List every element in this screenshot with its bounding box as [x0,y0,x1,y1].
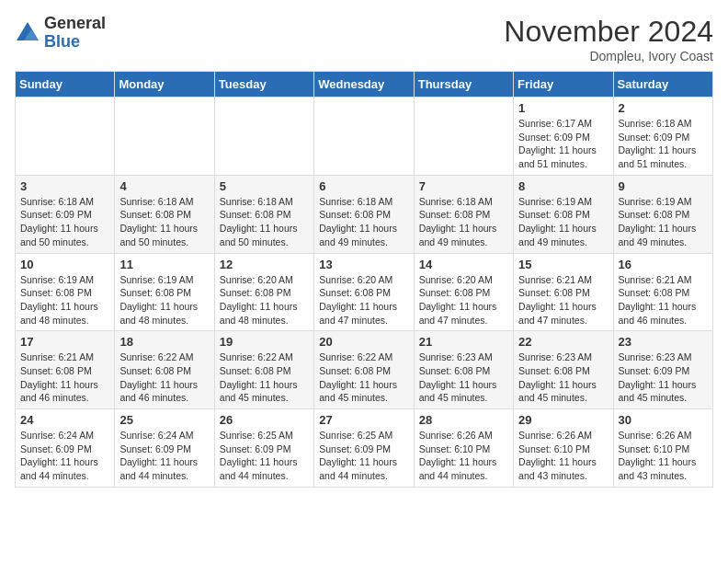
calendar-header: Sunday Monday Tuesday Wednesday Thursday… [16,72,713,98]
day-number: 24 [20,413,109,427]
day-info: Sunrise: 6:24 AMSunset: 6:09 PMDaylight:… [119,429,209,483]
calendar-cell-w5-d6: 30Sunrise: 6:26 AMSunset: 6:10 PMDayligh… [613,409,712,488]
day-info: Sunrise: 6:25 AMSunset: 6:09 PMDaylight:… [319,429,408,483]
day-number: 20 [319,335,408,349]
day-info: Sunrise: 6:20 AMSunset: 6:08 PMDaylight:… [319,273,408,327]
calendar-cell-w4-d2: 19Sunrise: 6:22 AMSunset: 6:08 PMDayligh… [214,331,313,409]
day-info: Sunrise: 6:23 AMSunset: 6:08 PMDaylight:… [518,350,608,405]
week-row-2: 3Sunrise: 6:18 AMSunset: 6:09 PMDaylight… [16,175,713,253]
day-number: 28 [419,413,508,427]
calendar-cell-w5-d0: 24Sunrise: 6:24 AMSunset: 6:09 PMDayligh… [16,409,115,488]
calendar-cell-w1-d1 [115,98,214,176]
col-sunday: Sunday [16,72,115,98]
day-info: Sunrise: 6:18 AMSunset: 6:08 PMDaylight:… [119,195,209,249]
day-info: Sunrise: 6:19 AMSunset: 6:08 PMDaylight:… [619,195,708,249]
week-row-4: 17Sunrise: 6:21 AMSunset: 6:08 PMDayligh… [16,331,713,409]
day-number: 2 [619,101,708,115]
calendar-cell-w4-d5: 22Sunrise: 6:23 AMSunset: 6:08 PMDayligh… [514,331,613,409]
day-info: Sunrise: 6:25 AMSunset: 6:09 PMDaylight:… [220,429,309,483]
calendar-cell-w5-d4: 28Sunrise: 6:26 AMSunset: 6:10 PMDayligh… [414,409,513,488]
day-number: 15 [518,258,608,271]
calendar-cell-w2-d0: 3Sunrise: 6:18 AMSunset: 6:09 PMDaylight… [16,175,115,253]
day-number: 29 [518,413,608,427]
calendar-cell-w3-d5: 15Sunrise: 6:21 AMSunset: 6:08 PMDayligh… [514,253,613,331]
day-number: 6 [319,179,408,193]
calendar-cell-w5-d5: 29Sunrise: 6:26 AMSunset: 6:10 PMDayligh… [514,409,613,488]
day-info: Sunrise: 6:19 AMSunset: 6:08 PMDaylight:… [20,273,109,327]
day-number: 1 [518,101,608,115]
calendar-cell-w3-d4: 14Sunrise: 6:20 AMSunset: 6:08 PMDayligh… [414,253,513,331]
day-info: Sunrise: 6:20 AMSunset: 6:08 PMDaylight:… [419,273,508,327]
page-header: General Blue November 2024 Dompleu, Ivor… [15,15,713,63]
calendar-cell-w2-d3: 6Sunrise: 6:18 AMSunset: 6:08 PMDaylight… [314,175,414,253]
calendar-cell-w1-d6: 2Sunrise: 6:18 AMSunset: 6:09 PMDaylight… [613,98,712,176]
day-info: Sunrise: 6:19 AMSunset: 6:08 PMDaylight:… [518,195,608,249]
location-subtitle: Dompleu, Ivory Coast [504,49,713,63]
day-number: 4 [119,179,209,193]
day-info: Sunrise: 6:19 AMSunset: 6:08 PMDaylight:… [119,273,209,327]
calendar-cell-w3-d1: 11Sunrise: 6:19 AMSunset: 6:08 PMDayligh… [115,253,214,331]
day-number: 7 [419,179,508,193]
calendar-cell-w3-d0: 10Sunrise: 6:19 AMSunset: 6:08 PMDayligh… [16,253,115,331]
day-number: 8 [518,179,608,193]
week-row-3: 10Sunrise: 6:19 AMSunset: 6:08 PMDayligh… [16,253,713,331]
calendar-cell-w5-d3: 27Sunrise: 6:25 AMSunset: 6:09 PMDayligh… [314,409,414,488]
day-number: 14 [419,258,508,271]
day-number: 21 [419,335,508,349]
day-number: 17 [20,335,109,349]
day-info: Sunrise: 6:26 AMSunset: 6:10 PMDaylight:… [619,429,708,483]
calendar-cell-w1-d4 [414,98,513,176]
calendar-cell-w4-d1: 18Sunrise: 6:22 AMSunset: 6:08 PMDayligh… [115,331,214,409]
day-number: 16 [619,258,708,271]
day-number: 30 [619,413,708,427]
calendar-cell-w2-d5: 8Sunrise: 6:19 AMSunset: 6:08 PMDaylight… [514,175,613,253]
day-info: Sunrise: 6:22 AMSunset: 6:08 PMDaylight:… [119,350,209,405]
day-info: Sunrise: 6:21 AMSunset: 6:08 PMDaylight:… [619,273,708,327]
logo-general: General [44,15,106,33]
calendar-cell-w1-d5: 1Sunrise: 6:17 AMSunset: 6:09 PMDaylight… [514,98,613,176]
day-info: Sunrise: 6:21 AMSunset: 6:08 PMDaylight:… [518,273,608,327]
day-number: 26 [220,413,309,427]
month-title: November 2024 [504,15,713,49]
calendar-cell-w4-d4: 21Sunrise: 6:23 AMSunset: 6:08 PMDayligh… [414,331,513,409]
col-monday: Monday [115,72,214,98]
day-info: Sunrise: 6:18 AMSunset: 6:08 PMDaylight:… [419,195,508,249]
logo: General Blue [15,15,106,52]
calendar-table: Sunday Monday Tuesday Wednesday Thursday… [15,71,713,488]
week-row-1: 1Sunrise: 6:17 AMSunset: 6:09 PMDaylight… [16,98,713,176]
day-info: Sunrise: 6:17 AMSunset: 6:09 PMDaylight:… [518,117,608,171]
col-thursday: Thursday [414,72,513,98]
day-number: 18 [119,335,209,349]
day-number: 11 [119,258,209,271]
day-number: 27 [319,413,408,427]
calendar-cell-w1-d2 [214,98,313,176]
day-info: Sunrise: 6:26 AMSunset: 6:10 PMDaylight:… [518,429,608,483]
day-number: 9 [619,179,708,193]
logo-icon [15,20,40,46]
logo-text: General Blue [44,15,106,52]
calendar-cell-w2-d6: 9Sunrise: 6:19 AMSunset: 6:08 PMDaylight… [613,175,712,253]
day-number: 22 [518,335,608,349]
col-tuesday: Tuesday [214,72,313,98]
day-info: Sunrise: 6:26 AMSunset: 6:10 PMDaylight:… [419,429,508,483]
week-row-5: 24Sunrise: 6:24 AMSunset: 6:09 PMDayligh… [16,409,713,488]
calendar-cell-w5-d1: 25Sunrise: 6:24 AMSunset: 6:09 PMDayligh… [115,409,214,488]
day-info: Sunrise: 6:23 AMSunset: 6:09 PMDaylight:… [619,350,708,405]
logo-blue: Blue [44,33,106,52]
col-friday: Friday [514,72,613,98]
calendar-cell-w3-d3: 13Sunrise: 6:20 AMSunset: 6:08 PMDayligh… [314,253,414,331]
day-number: 25 [119,413,209,427]
calendar-cell-w4-d0: 17Sunrise: 6:21 AMSunset: 6:08 PMDayligh… [16,331,115,409]
day-info: Sunrise: 6:23 AMSunset: 6:08 PMDaylight:… [419,350,508,405]
day-info: Sunrise: 6:18 AMSunset: 6:08 PMDaylight:… [220,195,309,249]
header-row: Sunday Monday Tuesday Wednesday Thursday… [16,72,713,98]
col-saturday: Saturday [613,72,712,98]
day-info: Sunrise: 6:20 AMSunset: 6:08 PMDaylight:… [220,273,309,327]
calendar-cell-w3-d2: 12Sunrise: 6:20 AMSunset: 6:08 PMDayligh… [214,253,313,331]
calendar-cell-w2-d4: 7Sunrise: 6:18 AMSunset: 6:08 PMDaylight… [414,175,513,253]
day-info: Sunrise: 6:18 AMSunset: 6:08 PMDaylight:… [319,195,408,249]
calendar-cell-w2-d1: 4Sunrise: 6:18 AMSunset: 6:08 PMDaylight… [115,175,214,253]
title-block: November 2024 Dompleu, Ivory Coast [504,15,713,63]
calendar-cell-w5-d2: 26Sunrise: 6:25 AMSunset: 6:09 PMDayligh… [214,409,313,488]
day-info: Sunrise: 6:18 AMSunset: 6:09 PMDaylight:… [20,195,109,249]
